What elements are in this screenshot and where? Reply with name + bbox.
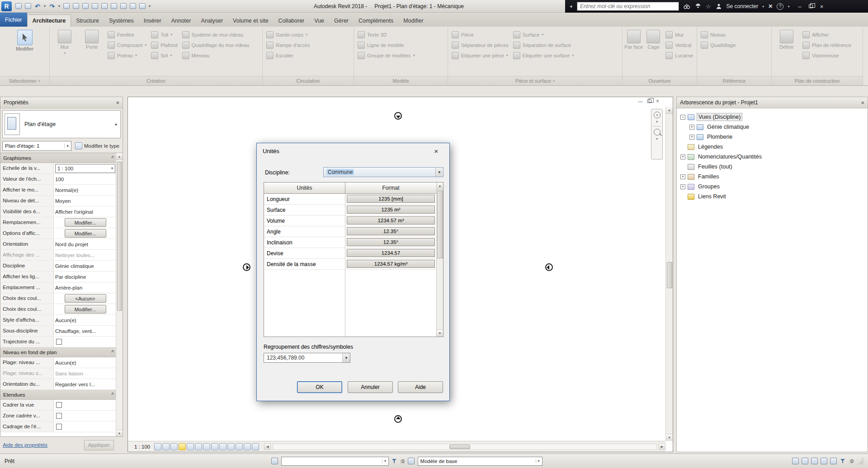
mur-button[interactable]: Mur bbox=[664, 29, 695, 40]
plan-de-reference-button[interactable]: Plan de référence bbox=[801, 40, 853, 50]
tree-item-groupes[interactable]: +Groupes bbox=[679, 182, 866, 192]
panel-label-circulation[interactable]: Circulation bbox=[263, 76, 354, 85]
worksharing-display-icon[interactable] bbox=[244, 443, 251, 450]
tree-item-genie-climatique[interactable]: +Génie climatique bbox=[679, 122, 866, 132]
sol-button[interactable]: Sol▾ bbox=[149, 50, 179, 61]
etiqueter-une-surface-button[interactable]: Etiqueter une surface▾ bbox=[511, 50, 576, 61]
par-face-button[interactable]: Par face bbox=[624, 28, 643, 50]
property-checkbox[interactable] bbox=[56, 413, 62, 419]
select-pinned-elements-icon[interactable] bbox=[811, 458, 818, 464]
dialog-close-icon[interactable]: × bbox=[429, 145, 443, 156]
unit-name-cell[interactable]: Volume bbox=[264, 215, 345, 226]
expand-plus-icon[interactable]: + bbox=[680, 154, 685, 159]
porte-button[interactable]: Porte bbox=[79, 28, 105, 50]
drag-elements-on-selection-icon[interactable] bbox=[830, 458, 837, 464]
help-icon[interactable]: ? bbox=[777, 3, 783, 10]
section-icon[interactable] bbox=[109, 1, 118, 11]
visionneuse-button[interactable]: Visionneuse bbox=[801, 50, 853, 61]
discipline-select[interactable]: Commune ▼ bbox=[323, 167, 443, 177]
format-button[interactable]: 1234.57 kg/m³ bbox=[347, 260, 435, 268]
restore-button[interactable] bbox=[809, 5, 813, 8]
property-value[interactable]: Nord du projet bbox=[54, 239, 117, 249]
tree-item-vues-discipline[interactable]: −Vues (Discipline) bbox=[679, 112, 866, 122]
tab-inserer[interactable]: Insérer bbox=[139, 14, 166, 27]
quadrillage-button[interactable]: Quadrillage bbox=[699, 40, 737, 50]
vertical-button[interactable]: Vertical bbox=[664, 40, 695, 50]
systeme-de-mur-rideau-button[interactable]: Système de mur-rideau bbox=[180, 29, 251, 40]
unit-name-cell[interactable]: Surface bbox=[264, 205, 345, 215]
section-header-etendues[interactable]: Etendues^ bbox=[0, 390, 117, 400]
elevation-marker-west[interactable] bbox=[243, 263, 250, 271]
design-options-icon[interactable] bbox=[408, 458, 415, 464]
property-value[interactable]: 100 bbox=[54, 174, 117, 184]
digit-grouping-select[interactable]: 123,456,789.00 ▼ bbox=[264, 353, 350, 363]
expand-minus-icon[interactable]: − bbox=[680, 115, 685, 120]
panel-label-modele[interactable]: Modèle bbox=[354, 76, 448, 85]
panel-label-reference[interactable]: Référence bbox=[697, 76, 771, 85]
property-value[interactable]: Nettoyer toutes... bbox=[54, 250, 117, 260]
vscroll-down-icon[interactable]: ▼ bbox=[666, 434, 673, 441]
scroll-down-icon[interactable]: ▼ bbox=[116, 430, 123, 436]
property-edit-button[interactable]: <Aucun> bbox=[65, 294, 106, 303]
detail-level-icon[interactable] bbox=[154, 443, 161, 450]
tree-item-nomenclatures-quantites[interactable]: +Nomenclatures/Quantités bbox=[679, 152, 866, 162]
property-value[interactable] bbox=[54, 411, 117, 421]
crop-view-icon[interactable] bbox=[195, 443, 202, 450]
signin-dropdown-icon[interactable]: ▾ bbox=[762, 5, 764, 9]
ok-button[interactable]: OK bbox=[297, 381, 342, 393]
signin-label[interactable]: Se connecter bbox=[726, 3, 759, 9]
poteau-button[interactable]: Poteau▾ bbox=[106, 50, 148, 61]
temporary-hide-isolate-icon[interactable] bbox=[211, 443, 218, 450]
select-elements-by-face-icon[interactable] bbox=[821, 458, 827, 464]
tab-volume-et-site[interactable]: Volume et site bbox=[228, 14, 274, 27]
hscroll-thumb[interactable] bbox=[449, 445, 470, 449]
tree-item-familles[interactable]: +Familles bbox=[679, 172, 866, 182]
tree-item-feuilles-tout[interactable]: Feuilles (tout) bbox=[679, 162, 866, 172]
project-browser-close-icon[interactable]: × bbox=[861, 99, 864, 106]
tab-architecture[interactable]: Architecture bbox=[27, 14, 71, 27]
search-input[interactable] bbox=[577, 2, 679, 11]
steering-wheel-icon[interactable] bbox=[654, 112, 660, 118]
shadows-icon[interactable] bbox=[187, 443, 194, 450]
tab-complements[interactable]: Compléments bbox=[354, 14, 398, 27]
vscroll-up-icon[interactable]: ▲ bbox=[666, 107, 673, 114]
favorites-icon[interactable]: ☆ bbox=[706, 3, 711, 10]
tree-item-liens-revit[interactable]: Liens Revit bbox=[679, 192, 866, 201]
units-scroll-up-icon[interactable]: ▲ bbox=[437, 183, 443, 190]
hscroll-left-icon[interactable]: ◀ bbox=[264, 443, 271, 450]
property-edit-button[interactable]: Modifier... bbox=[65, 229, 106, 238]
view-scale-button[interactable]: 1 : 100 bbox=[134, 444, 150, 449]
property-value[interactable]: Génie climatique bbox=[54, 261, 117, 271]
selection-filter-icon[interactable] bbox=[840, 459, 845, 463]
show-crop-region-icon[interactable] bbox=[203, 443, 210, 450]
type-selector[interactable]: Plan d'étage ▾ bbox=[2, 110, 121, 138]
view-restore-icon[interactable] bbox=[647, 99, 651, 103]
property-value[interactable]: Moyen bbox=[54, 196, 117, 206]
undo-dropdown-icon[interactable]: ▾ bbox=[42, 1, 47, 11]
tab-collaborer[interactable]: Collaborer bbox=[274, 14, 310, 27]
help-dropdown-icon[interactable]: ▾ bbox=[788, 5, 789, 9]
property-value[interactable]: Afficher l'original bbox=[54, 206, 117, 217]
redo-icon[interactable]: ↷ bbox=[47, 1, 57, 11]
units-table-scrollbar[interactable]: ▲ ▼ bbox=[436, 183, 443, 337]
design-options-select[interactable]: Modèle de base ▾ bbox=[418, 457, 542, 466]
switch-windows-icon[interactable] bbox=[138, 1, 147, 11]
panel-label-plan-de-construction[interactable]: Plan de construction bbox=[772, 76, 863, 85]
property-value[interactable]: Sans liaison bbox=[54, 368, 117, 379]
property-value[interactable] bbox=[54, 421, 117, 432]
cage-button[interactable]: Cage bbox=[644, 28, 663, 50]
property-checkbox[interactable] bbox=[56, 424, 62, 430]
select-underlay-elements-icon[interactable] bbox=[802, 458, 808, 464]
view-close-icon[interactable]: × bbox=[656, 98, 659, 104]
tab-analyser[interactable]: Analyser bbox=[196, 14, 228, 27]
exchange-apps-icon[interactable]: ✕ bbox=[768, 3, 773, 9]
view-minimize-icon[interactable]: — bbox=[638, 98, 643, 104]
redo-dropdown-icon[interactable]: ▾ bbox=[57, 1, 61, 11]
unit-name-cell[interactable]: Longueur bbox=[264, 194, 345, 205]
expand-plus-icon[interactable]: + bbox=[680, 174, 685, 179]
etiqueter-une-piece-button[interactable]: Etiqueter une pièce▾ bbox=[450, 50, 510, 61]
unit-name-cell[interactable]: Angle bbox=[264, 226, 345, 237]
canvas-vertical-scrollbar[interactable]: ▲ ▼ bbox=[665, 107, 673, 441]
tab-modifier[interactable]: Modifier bbox=[398, 14, 428, 27]
save-icon[interactable] bbox=[24, 1, 33, 11]
